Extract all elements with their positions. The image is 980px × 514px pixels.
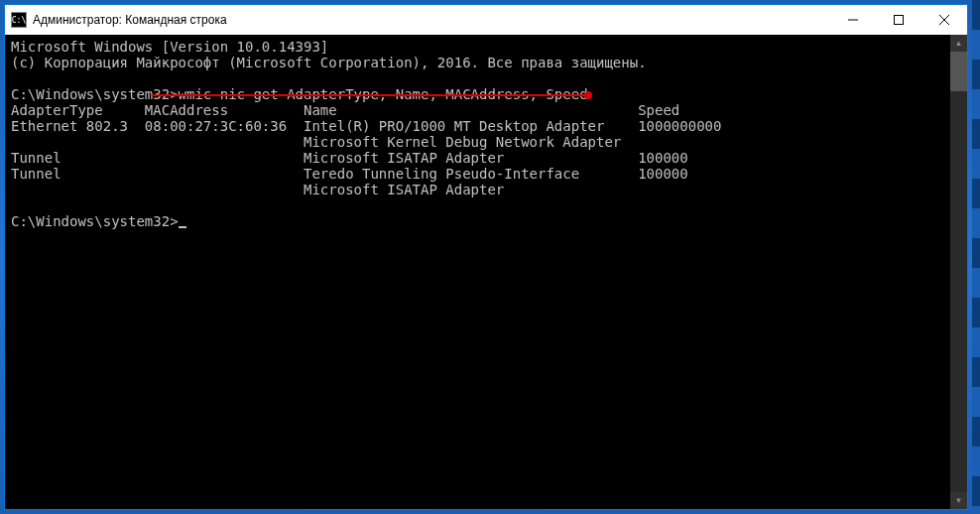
scrollbar-track[interactable] — [950, 52, 967, 492]
close-button[interactable] — [921, 5, 967, 35]
prompt-2: C:\Windows\system32> — [11, 213, 179, 229]
scrollbar-thumb[interactable] — [950, 52, 967, 91]
scrollbar-up-button[interactable]: ▲ — [950, 35, 967, 52]
maximize-button[interactable] — [876, 5, 921, 35]
console-output: Microsoft Windows [Version 10.0.14393] (… — [5, 35, 967, 233]
table-header: AdapterType MACAddress Name Speed — [11, 102, 679, 118]
titlebar[interactable]: C:\ Администратор: Командная строка — [5, 5, 967, 35]
titlebar-buttons — [830, 5, 967, 35]
scrollbar-down-button[interactable]: ▼ — [950, 492, 967, 509]
svg-rect-1 — [895, 16, 904, 25]
console-area[interactable]: Microsoft Windows [Version 10.0.14393] (… — [5, 35, 967, 509]
annotation-underline — [152, 94, 588, 96]
version-line: Microsoft Windows [Version 10.0.14393] — [11, 39, 328, 55]
cursor — [179, 226, 186, 228]
desktop-background-edge — [972, 0, 980, 514]
cmd-icon: C:\ — [11, 12, 27, 28]
minimize-button[interactable] — [830, 5, 876, 35]
command-prompt-window: C:\ Администратор: Командная строка Micr… — [4, 4, 968, 510]
vertical-scrollbar[interactable]: ▲ ▼ — [950, 35, 967, 509]
window-title: Администратор: Командная строка — [33, 13, 830, 27]
copyright-line: (c) Корпорация Майкрософт (Microsoft Cor… — [11, 55, 647, 70]
annotation-dot — [584, 91, 592, 99]
table-rows: Ethernet 802.3 08:00:27:3C:60:36 Intel(R… — [11, 118, 721, 197]
